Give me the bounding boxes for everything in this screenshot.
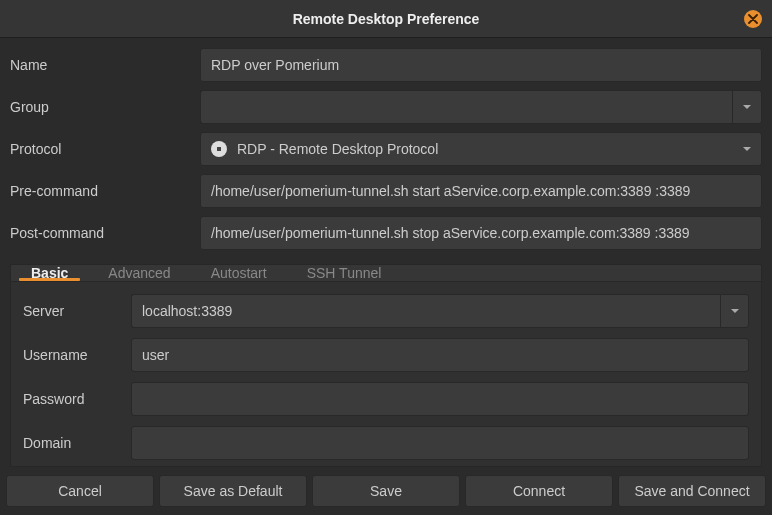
precommand-input[interactable] (200, 174, 762, 208)
password-label: Password (23, 391, 131, 407)
protocol-label: Protocol (10, 141, 200, 157)
group-label: Group (10, 99, 200, 115)
protocol-select[interactable]: RDP - Remote Desktop Protocol (200, 132, 762, 166)
domain-input[interactable] (131, 426, 749, 460)
chevron-down-icon (731, 309, 739, 313)
button-bar: Cancel Save as Default Save Connect Save… (0, 467, 772, 515)
connect-button[interactable]: Connect (465, 475, 613, 507)
tab-basic[interactable]: Basic (11, 265, 88, 281)
button-label: Connect (513, 483, 565, 499)
protocol-value: RDP - Remote Desktop Protocol (237, 141, 438, 157)
group-select-value[interactable] (200, 90, 732, 124)
chevron-down-icon (743, 147, 751, 151)
precommand-label: Pre-command (10, 183, 200, 199)
cancel-button[interactable]: Cancel (6, 475, 154, 507)
save-connect-button[interactable]: Save and Connect (618, 475, 766, 507)
tab-basic-body: Server Username Password Domain (11, 282, 761, 467)
close-button[interactable] (744, 10, 762, 28)
group-dropdown-button[interactable] (732, 90, 762, 124)
tab-advanced[interactable]: Advanced (88, 265, 190, 281)
username-input[interactable] (131, 338, 749, 372)
chevron-down-icon (743, 105, 751, 109)
button-label: Save and Connect (634, 483, 749, 499)
tab-ssh-tunnel[interactable]: SSH Tunnel (287, 265, 402, 281)
titlebar: Remote Desktop Preference (0, 0, 772, 38)
save-button[interactable]: Save (312, 475, 460, 507)
save-default-button[interactable]: Save as Default (159, 475, 307, 507)
button-label: Cancel (58, 483, 102, 499)
tab-label: Basic (31, 265, 68, 281)
domain-label: Domain (23, 435, 131, 451)
server-combo[interactable] (131, 294, 749, 328)
window-title: Remote Desktop Preference (293, 11, 480, 27)
button-label: Save as Default (184, 483, 283, 499)
username-label: Username (23, 347, 131, 363)
postcommand-input[interactable] (200, 216, 762, 250)
tabs-container: Basic Advanced Autostart SSH Tunnel Serv… (10, 264, 762, 467)
server-label: Server (23, 303, 131, 319)
tab-label: Autostart (211, 265, 267, 281)
button-label: Save (370, 483, 402, 499)
server-input[interactable] (131, 294, 720, 328)
close-icon (748, 14, 758, 24)
tab-autostart[interactable]: Autostart (191, 265, 287, 281)
tabs-bar: Basic Advanced Autostart SSH Tunnel (11, 265, 761, 282)
server-dropdown-button[interactable] (720, 294, 749, 328)
name-input[interactable] (200, 48, 762, 82)
name-label: Name (10, 57, 200, 73)
protocol-icon (211, 141, 227, 157)
group-select[interactable] (200, 90, 762, 124)
password-input[interactable] (131, 382, 749, 416)
tab-label: Advanced (108, 265, 170, 281)
tab-label: SSH Tunnel (307, 265, 382, 281)
postcommand-label: Post-command (10, 225, 200, 241)
top-form: Name Group Protocol RDP - Remote Desktop… (0, 38, 772, 260)
